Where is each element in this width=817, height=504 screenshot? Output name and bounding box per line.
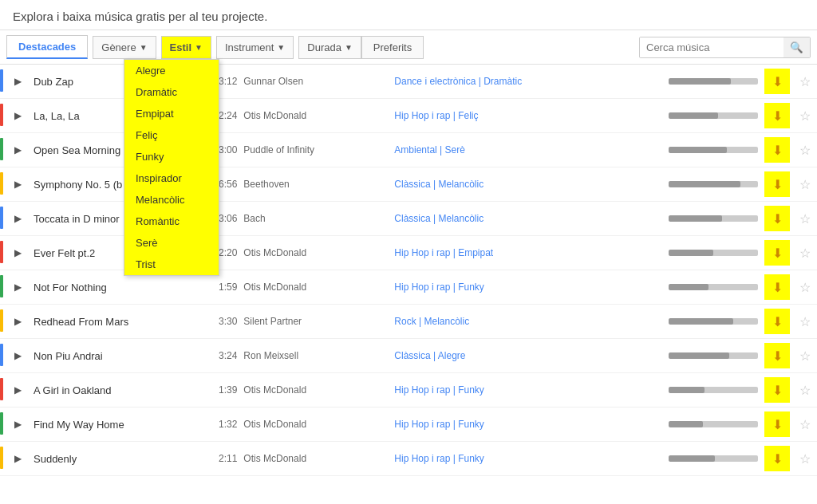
style-menu-item[interactable]: Feliç — [124, 124, 219, 146]
track-name: Non Piu Andrai — [30, 339, 208, 373]
download-button[interactable]: ⬇ — [764, 309, 790, 334]
play-button[interactable]: ▶ — [8, 140, 27, 159]
tracks-table: ▶ Dub Zap 3:12 Gunnar Olsen Dance i elec… — [0, 65, 817, 479]
track-name: Redhead From Mars — [30, 305, 208, 339]
play-button[interactable]: ▶ — [8, 209, 27, 228]
favorite-button[interactable]: ☆ — [796, 381, 814, 400]
download-button[interactable]: ⬇ — [764, 137, 790, 163]
style-menu-item[interactable]: Romàntic — [124, 211, 219, 232]
track-genre: Hip Hop i rap | Funky — [391, 408, 665, 442]
chevron-down-icon: ▼ — [277, 43, 285, 52]
search-input[interactable] — [640, 37, 783, 57]
chevron-down-icon: ▼ — [345, 43, 353, 52]
track-duration: 3:24 — [208, 339, 240, 373]
table-row: ▶ Suddenly 2:11 Otis McDonald Hip Hop i … — [0, 442, 817, 476]
favorite-button[interactable]: ☆ — [796, 278, 814, 297]
download-button[interactable]: ⬇ — [764, 240, 790, 266]
tab-durada[interactable]: Durada ▼ — [298, 36, 361, 59]
track-popularity-bar — [665, 339, 761, 373]
favorite-button[interactable]: ☆ — [796, 415, 814, 434]
track-popularity-bar — [665, 236, 761, 270]
play-button[interactable]: ▶ — [8, 380, 27, 400]
download-button[interactable]: ⬇ — [764, 171, 790, 197]
track-popularity-bar — [665, 133, 761, 167]
track-color-indicator — [0, 309, 3, 332]
style-menu-item[interactable]: Empipat — [124, 103, 219, 124]
play-button[interactable]: ▶ — [8, 106, 27, 125]
play-button[interactable]: ▶ — [8, 175, 27, 194]
track-genre: Clàssica | Melancòlic — [391, 202, 665, 236]
track-artist: Bach — [240, 202, 391, 236]
tab-genre[interactable]: Gènere ▼ — [93, 36, 156, 59]
style-menu-item[interactable]: Trist — [124, 254, 219, 275]
track-popularity-bar — [665, 65, 761, 99]
track-artist: Otis McDonald — [240, 408, 391, 442]
play-button[interactable]: ▶ — [8, 346, 27, 365]
table-row: ▶ Find My Way Home 1:32 Otis McDonald Hi… — [0, 408, 817, 442]
style-menu-item[interactable]: Dramàtic — [124, 81, 219, 103]
track-artist: Otis McDonald — [240, 476, 391, 480]
favorite-button[interactable]: ☆ — [796, 313, 814, 331]
download-button[interactable]: ⬇ — [764, 446, 790, 471]
track-name: A Girl in Oakland — [30, 373, 208, 408]
track-duration: 1:39 — [208, 373, 240, 408]
play-button[interactable]: ▶ — [8, 278, 27, 297]
favorite-button[interactable]: ☆ — [796, 73, 814, 91]
favorite-button[interactable]: ☆ — [796, 175, 814, 194]
favorite-button[interactable]: ☆ — [796, 210, 814, 228]
track-color-indicator — [0, 344, 3, 366]
table-row: ▶ A Girl in Oakland 1:39 Otis McDonald H… — [0, 373, 817, 408]
favorite-button[interactable]: ☆ — [796, 107, 814, 125]
download-button[interactable]: ⬇ — [764, 206, 790, 231]
play-button[interactable]: ▶ — [8, 415, 27, 434]
track-duration: 3:30 — [208, 305, 240, 339]
track-genre: Hip Hop i rap | Melancòlic — [391, 476, 665, 480]
download-button[interactable]: ⬇ — [764, 69, 790, 94]
tab-instrument[interactable]: Instrument ▼ — [216, 36, 294, 59]
track-genre: Hip Hop i rap | Funky — [391, 270, 665, 305]
track-genre: Ambiental | Serè — [391, 133, 665, 167]
download-button[interactable]: ⬇ — [764, 103, 790, 128]
favorite-button[interactable]: ☆ — [796, 347, 814, 365]
style-dropdown-menu: AlegreDramàticEmpipatFeliçFunkyInspirado… — [124, 59, 219, 276]
table-row: ▶ Toccata in D minor 3:06 Bach Clàssica … — [0, 202, 817, 236]
play-button[interactable]: ▶ — [8, 72, 27, 91]
style-menu-item[interactable]: Funky — [124, 146, 219, 167]
track-genre: Hip Hop i rap | Funky — [391, 373, 665, 408]
track-artist: Otis McDonald — [240, 236, 391, 270]
track-artist: Puddle of Infinity — [240, 133, 391, 167]
favorite-button[interactable]: ☆ — [796, 141, 814, 159]
track-genre: Rock | Melancòlic — [391, 305, 665, 339]
track-color-indicator — [0, 412, 3, 435]
favorite-button[interactable]: ☆ — [796, 450, 814, 468]
page-title: Explora i baixa música gratis per al teu… — [13, 10, 804, 23]
tab-destacades[interactable]: Destacades — [6, 35, 88, 59]
download-button[interactable]: ⬇ — [764, 274, 790, 300]
track-popularity-bar — [665, 99, 761, 133]
style-menu-item[interactable]: Alegre — [124, 60, 219, 81]
download-button[interactable]: ⬇ — [764, 377, 790, 403]
style-menu-item[interactable]: Melancòlic — [124, 189, 219, 211]
play-button[interactable]: ▶ — [8, 243, 27, 262]
play-button[interactable]: ▶ — [8, 449, 27, 468]
track-genre: Hip Hop i rap | Funky — [391, 442, 665, 476]
download-button[interactable]: ⬇ — [764, 343, 790, 368]
download-button[interactable]: ⬇ — [764, 411, 790, 437]
favorite-button[interactable]: ☆ — [796, 244, 814, 262]
search-wrapper: 🔍 — [639, 37, 811, 58]
toolbar: Destacades Gènere ▼ Estil ▼ Instrument ▼… — [0, 30, 817, 65]
tab-estil[interactable]: Estil ▼ — [161, 36, 211, 59]
style-menu-item[interactable]: Inspirador — [124, 167, 219, 189]
table-row: ▶ Symphony No. 5 (b 6:56 Beethoven Clàss… — [0, 167, 817, 202]
track-genre: Clàssica | Alegre — [391, 339, 665, 373]
search-button[interactable]: 🔍 — [783, 37, 810, 57]
track-artist: Beethoven — [240, 167, 391, 202]
tab-preferits[interactable]: Preferits — [361, 36, 424, 59]
page-header: Explora i baixa música gratis per al teu… — [0, 0, 817, 30]
track-color-indicator — [0, 447, 3, 469]
style-menu-item[interactable]: Serè — [124, 232, 219, 254]
tracks-scroll-area[interactable]: ▶ Dub Zap 3:12 Gunnar Olsen Dance i elec… — [0, 65, 817, 479]
track-popularity-bar — [665, 305, 761, 339]
table-row: ▶ Not For Nothing 1:59 Otis McDonald Hip… — [0, 270, 817, 305]
play-button[interactable]: ▶ — [8, 312, 27, 331]
